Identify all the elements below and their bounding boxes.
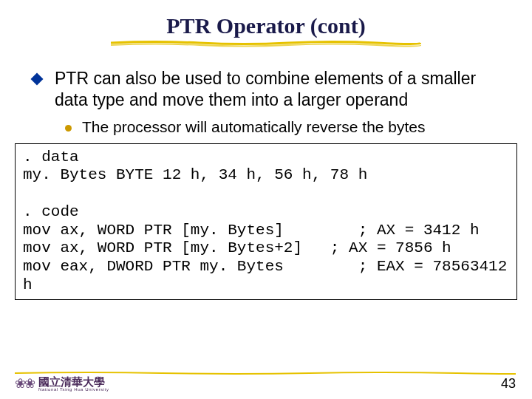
logo-icon: ❀❀ [15,375,34,392]
slide-title: PTR Operator (cont) [0,0,532,38]
logo-chinese: 國立清華大學 [38,376,109,387]
bullet2-text: The processor will automatically reverse… [82,118,426,136]
diamond-bullet-icon [31,73,44,86]
footer-underline [15,371,516,372]
logo-english: National Tsing Hua University [38,387,109,392]
title-underline [111,40,421,47]
code-block: . data my. Bytes BYTE 12 h, 34 h, 56 h, … [15,143,517,300]
slide-body: PTR can also be used to combine elements… [0,47,532,136]
bullet-level2: The processor will automatically reverse… [65,118,499,136]
page-number: 43 [501,376,516,392]
university-logo: ❀❀ 國立清華大學 National Tsing Hua University [15,375,109,392]
slide-footer: ❀❀ 國立清華大學 National Tsing Hua University … [0,371,532,392]
bullet1-text: PTR can also be used to combine elements… [55,68,499,111]
bullet-level1: PTR can also be used to combine elements… [33,68,499,111]
dot-bullet-icon [65,125,72,132]
